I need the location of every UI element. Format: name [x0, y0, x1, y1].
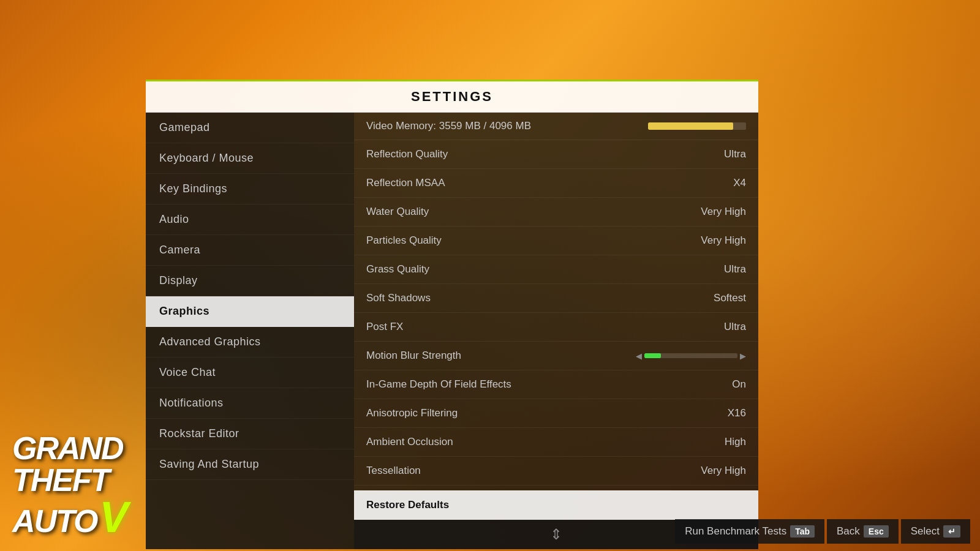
settings-content: Video Memory: 3559 MB / 4096 MB Reflecti…	[354, 113, 758, 549]
setting-row-motion-blur[interactable]: Motion Blur Strength ◀ ▶	[354, 342, 758, 370]
sidebar-item-audio[interactable]: Audio	[146, 204, 354, 235]
video-memory-row: Video Memory: 3559 MB / 4096 MB	[354, 113, 758, 140]
setting-value: On	[685, 378, 746, 391]
tab-key-badge: Tab	[790, 525, 815, 538]
setting-row-tessellation[interactable]: Tessellation Very High	[354, 457, 758, 485]
setting-row-soft-shadows[interactable]: Soft Shadows Softest	[354, 284, 758, 313]
setting-row-post-fx[interactable]: Post FX Ultra	[354, 313, 758, 342]
setting-row-ambient-occlusion[interactable]: Ambient Occlusion High	[354, 428, 758, 457]
setting-row-particles-quality[interactable]: Particles Quality Very High	[354, 227, 758, 255]
motion-blur-slider[interactable]: ◀ ▶	[636, 351, 746, 361]
sidebar-item-display[interactable]: Display	[146, 266, 354, 296]
slider-track	[644, 353, 737, 358]
setting-label: Soft Shadows	[366, 292, 685, 304]
setting-label: Ambient Occlusion	[366, 436, 685, 448]
select-button[interactable]: Select ↵	[901, 519, 970, 544]
bottom-bar: Run Benchmark Tests Tab Back Esc Select …	[663, 512, 980, 551]
video-memory-bar	[648, 122, 746, 130]
setting-label: Water Quality	[366, 206, 685, 218]
slider-right-arrow[interactable]: ▶	[740, 351, 746, 361]
setting-row-reflection-msaa[interactable]: Reflection MSAA X4	[354, 169, 758, 198]
setting-row-anisotropic[interactable]: Anisotropic Filtering X16	[354, 399, 758, 428]
setting-label: Reflection Quality	[366, 148, 685, 160]
setting-row-ingame-dof[interactable]: In-Game Depth Of Field Effects On	[354, 370, 758, 399]
sidebar-item-advanced-graphics[interactable]: Advanced Graphics	[146, 327, 354, 358]
sidebar-item-gamepad[interactable]: Gamepad	[146, 113, 354, 143]
slider-fill	[644, 353, 661, 358]
video-memory-label: Video Memory: 3559 MB / 4096 MB	[366, 120, 638, 132]
setting-value: Very High	[685, 465, 746, 477]
setting-value: Very High	[685, 234, 746, 247]
setting-row-water-quality[interactable]: Water Quality Very High	[354, 198, 758, 227]
sidebar-item-key-bindings[interactable]: Key Bindings	[146, 174, 354, 204]
settings-title: SETTINGS	[146, 81, 758, 113]
benchmark-label: Run Benchmark Tests	[685, 525, 786, 538]
setting-value: Very High	[685, 206, 746, 218]
setting-value: X16	[685, 407, 746, 419]
setting-label: Anisotropic Filtering	[366, 407, 685, 419]
benchmark-button[interactable]: Run Benchmark Tests Tab	[675, 519, 824, 544]
setting-value: Softest	[685, 292, 746, 304]
settings-body: Gamepad Keyboard / Mouse Key Bindings Au…	[146, 113, 758, 549]
setting-label: In-Game Depth Of Field Effects	[366, 378, 685, 391]
setting-label: Grass Quality	[366, 263, 685, 276]
setting-label: Motion Blur Strength	[366, 350, 636, 362]
setting-label: Tessellation	[366, 465, 685, 477]
setting-value: Ultra	[685, 263, 746, 276]
setting-row-grass-quality[interactable]: Grass Quality Ultra	[354, 255, 758, 284]
sidebar-item-graphics[interactable]: Graphics	[146, 296, 354, 327]
sidebar-item-keyboard-mouse[interactable]: Keyboard / Mouse	[146, 143, 354, 174]
back-button[interactable]: Back Esc	[827, 519, 899, 544]
sidebar-item-rockstar-editor[interactable]: Rockstar Editor	[146, 419, 354, 449]
enter-key-badge: ↵	[943, 525, 960, 538]
setting-label: Particles Quality	[366, 234, 685, 247]
gta-logo: grand theft autoV	[12, 432, 127, 539]
setting-row-reflection-quality[interactable]: Reflection Quality Ultra	[354, 140, 758, 169]
slider-left-arrow[interactable]: ◀	[636, 351, 642, 361]
settings-panel: SETTINGS Gamepad Keyboard / Mouse Key Bi…	[146, 80, 758, 549]
setting-value: Ultra	[685, 148, 746, 160]
setting-label: Post FX	[366, 321, 685, 333]
esc-key-badge: Esc	[864, 525, 889, 538]
sidebar-item-notifications[interactable]: Notifications	[146, 388, 354, 419]
settings-nav: Gamepad Keyboard / Mouse Key Bindings Au…	[146, 113, 354, 549]
sidebar-item-camera[interactable]: Camera	[146, 235, 354, 266]
setting-value: Ultra	[685, 321, 746, 333]
video-memory-bar-fill	[648, 122, 733, 130]
sidebar-item-voice-chat[interactable]: Voice Chat	[146, 358, 354, 388]
setting-value: X4	[685, 177, 746, 189]
scroll-arrows-icon: ⇕	[550, 526, 562, 543]
back-label: Back	[837, 525, 860, 538]
sidebar-item-saving-startup[interactable]: Saving And Startup	[146, 449, 354, 480]
select-label: Select	[911, 525, 940, 538]
setting-label: Reflection MSAA	[366, 177, 685, 189]
setting-value: High	[685, 436, 746, 448]
